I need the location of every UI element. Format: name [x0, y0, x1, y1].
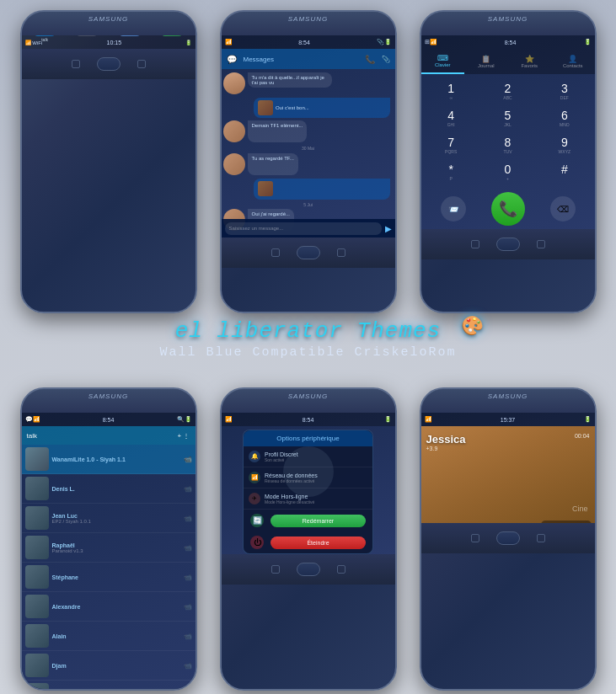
chat-status-2: EP2 / Siyah 1.0.1 — [52, 519, 180, 524]
back-btn-1[interactable] — [72, 60, 80, 68]
chat-name-2: Jean Luc — [52, 513, 180, 519]
chat-item-8[interactable]: Tedoy s3 3Dgs Stock EP2// siyah s3 1.0.1… — [22, 681, 196, 691]
reseau-icon: 📶 — [249, 472, 260, 483]
tab-journal[interactable]: 📋 Journal — [464, 49, 508, 74]
call-time: 15:37 — [501, 417, 516, 423]
msg-time: 8:54 — [298, 40, 310, 45]
top-phones-row: SAMSUNG 📶 WiFi 10:15 🔋 — [0, 0, 616, 337]
msg-send-icon[interactable]: ▶ — [385, 224, 392, 233]
screen-chatlist-area: 💬📶 8:54 🔍🔋 talk + ⋮ WanamiLite 1.0 - Siy… — [22, 413, 196, 691]
key-6-num: 6 — [561, 109, 568, 122]
msg-row-right-1: Oui c'est bon... — [223, 98, 394, 118]
tab-contacts[interactable]: 👤 Contacts — [551, 49, 595, 74]
chat-item-3[interactable]: Raphaël Paranoid v1.3 📹 — [22, 533, 196, 563]
contact-avatar-3 — [223, 153, 245, 175]
app-icon-apps[interactable]: ⊞ — [67, 35, 107, 42]
restart-btn[interactable]: Redémarrer — [271, 515, 366, 527]
key-2[interactable]: 2ABC — [479, 77, 536, 104]
menu-btn-2[interactable] — [337, 248, 345, 257]
msg-row-right-2 — [223, 179, 394, 200]
msg-thumb-2 — [258, 181, 273, 196]
key-1-num: 1 — [447, 82, 454, 95]
key-6[interactable]: 6MNO — [536, 104, 592, 131]
home-btn-2[interactable] — [297, 246, 320, 259]
home-btn-3[interactable] — [496, 238, 520, 251]
dialer-tabs: ⌨ Clavier 📋 Journal ⭐ Favoris 👤 — [421, 49, 595, 74]
shutdown-btn[interactable]: Éteindre — [271, 537, 366, 549]
cine-area: Cine — [572, 499, 588, 515]
restart-icon: 🔄 — [250, 514, 264, 527]
key-7[interactable]: 7PQRS — [423, 131, 479, 158]
key-5-num: 5 — [505, 109, 512, 122]
subtitle-text: Wall Blue Compatible CriskeloRom — [0, 345, 616, 360]
chat-item-7[interactable]: Djam 📹 — [22, 651, 196, 681]
phone-bottom-3 — [421, 229, 595, 259]
chat-name-1: Denis L. — [52, 486, 180, 492]
home-btn-6[interactable] — [496, 531, 520, 545]
key-6-sub: MNO — [560, 122, 570, 127]
tab-favoris[interactable]: ⭐ Favoris — [508, 49, 552, 74]
back-btn-2[interactable] — [271, 248, 280, 257]
key-0[interactable]: 0+ — [479, 158, 536, 185]
menu-btn-1[interactable] — [137, 60, 146, 68]
app-icon-browser[interactable]: 🌐 — [110, 35, 149, 42]
key-hash[interactable]: # — [536, 158, 592, 185]
call-timer: 00:04 — [575, 433, 590, 439]
journal-icon: 📋 — [481, 55, 490, 63]
phone-messages: SAMSUNG 📶 8:54 📎🔋 💬 Messages 📞 📎 — [220, 10, 397, 313]
horsligne-sub: Mode Hors-ligne désactivé — [265, 499, 314, 504]
contacts-label: Contacts — [563, 63, 583, 68]
phone-top-bar-6: SAMSUNG — [421, 389, 595, 413]
key-3-sub: DEF — [560, 95, 569, 100]
contacts-icon: 👤 — [568, 55, 577, 63]
home-btn-5[interactable] — [297, 563, 320, 576]
chat-item-4[interactable]: Stéphane 📹 — [22, 563, 196, 592]
status-bar-4: 💬📶 8:54 🔍🔋 — [22, 413, 196, 426]
menu-btn-3[interactable] — [537, 240, 545, 248]
back-btn-5[interactable] — [271, 565, 280, 574]
key-4[interactable]: 4GHI — [423, 104, 479, 131]
key-1[interactable]: 1∞ — [423, 77, 479, 104]
delete-btn[interactable]: ⌫ — [550, 196, 576, 222]
apps-icon: ⊞ — [75, 35, 99, 36]
chat-meta-6: 📹 — [184, 633, 192, 640]
key-star[interactable]: *P — [423, 158, 479, 185]
chat-item-5[interactable]: Alexandre 📹 — [22, 592, 196, 622]
call-btn[interactable]: 📞 — [491, 192, 525, 226]
key-5[interactable]: 5JKL — [479, 104, 536, 131]
chat-info-1: Denis L. — [52, 486, 180, 492]
key-3[interactable]: 3DEF — [536, 77, 592, 104]
key-8[interactable]: 8TUV — [479, 131, 536, 158]
chat-item-6[interactable]: Alain 📹 — [22, 622, 196, 651]
voicemail-btn[interactable]: 📨 — [441, 196, 466, 222]
screen-messages-area: 📶 8:54 📎🔋 💬 Messages 📞 📎 — [222, 35, 395, 238]
screen-call-area: 📶 15:37 🔋 Jessica +3.9 00:04 — [421, 413, 595, 523]
messages-screen: 📶 8:54 📎🔋 💬 Messages 📞 📎 — [222, 35, 395, 238]
chat-info-active: WanamiLite 1.0 - Siyah 1.1 — [52, 456, 180, 462]
title-liberator: el liberator Themes 🎨 — [175, 318, 441, 344]
chat-item-2[interactable]: Jean Luc EP2 / Siyah 1.0.1 📹 — [22, 504, 196, 533]
key-4-sub: GHI — [447, 122, 455, 127]
phone-top-bar-home: SAMSUNG — [22, 12, 196, 35]
menu-btn-6[interactable] — [537, 534, 545, 542]
splat-orange: 🎨 — [459, 315, 483, 338]
dialer-screen: ⊞📶 8:54 🔋 ⌨ Clavier 📋 Journal — [421, 35, 595, 229]
app-icon-talk[interactable]: 💬 talk — [25, 35, 65, 42]
chat-info-2: Jean Luc EP2 / Siyah 1.0.1 — [52, 513, 180, 524]
chat-item-1[interactable]: Denis L. 📹 — [22, 474, 196, 504]
chat-meta-4: 📹 — [184, 574, 192, 581]
msg-row-2: Demain TF1 elément... — [223, 120, 394, 142]
key-9[interactable]: 9WXYZ — [536, 131, 592, 158]
tab-clavier[interactable]: ⌨ Clavier — [421, 49, 465, 74]
back-btn-6[interactable] — [471, 534, 479, 542]
msg-input-bar: Saisissez un message... ▶ — [222, 219, 395, 238]
chat-meta-2: 📹 — [184, 515, 192, 522]
msg-input[interactable]: Saisissez un message... — [225, 222, 382, 235]
chat-item-active[interactable]: WanamiLite 1.0 - Siyah 1.1 📹 — [22, 445, 196, 474]
menu-btn-5[interactable] — [337, 565, 345, 574]
hold-button[interactable]: ⏸ Mettre en attente — [541, 520, 592, 523]
back-btn-3[interactable] — [471, 240, 479, 248]
home-btn-1[interactable] — [97, 57, 121, 71]
chat-info-4: Stéphane — [52, 574, 180, 580]
app-icon-phone[interactable]: 📞 — [152, 35, 191, 42]
